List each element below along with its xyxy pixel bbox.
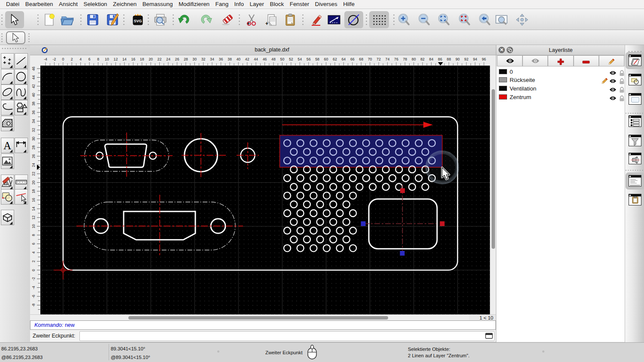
svg-text:80: 80 <box>412 57 416 61</box>
svg-text:-4: -4 <box>31 286 36 289</box>
svg-text:36: 36 <box>31 110 36 115</box>
svg-text:82: 82 <box>420 57 425 61</box>
svg-text:10: 10 <box>31 224 36 229</box>
svg-text:90: 90 <box>456 57 460 61</box>
svg-text:34: 34 <box>31 119 36 124</box>
svg-text:-4: -4 <box>44 57 47 61</box>
svg-text:42: 42 <box>245 57 249 61</box>
svg-text:16: 16 <box>31 198 36 202</box>
svg-text:26: 26 <box>175 57 179 61</box>
svg-text:30: 30 <box>192 57 197 61</box>
svg-text:38: 38 <box>228 57 232 61</box>
svg-text:94: 94 <box>473 57 477 61</box>
svg-text:26: 26 <box>31 154 36 158</box>
svg-text:58: 58 <box>315 57 319 61</box>
svg-text:14: 14 <box>31 207 36 211</box>
svg-text:6: 6 <box>31 243 36 245</box>
svg-text:32: 32 <box>201 57 206 61</box>
svg-text:40: 40 <box>236 57 240 61</box>
svg-text:28: 28 <box>31 145 36 150</box>
svg-text:62: 62 <box>333 57 337 61</box>
svg-text:+: + <box>265 21 268 27</box>
svg-text:36: 36 <box>219 57 223 61</box>
svg-text:66: 66 <box>350 57 355 61</box>
svg-text:74: 74 <box>386 57 390 61</box>
svg-text:0: 0 <box>31 269 36 271</box>
svg-text:-2: -2 <box>53 57 56 61</box>
svg-text:0: 0 <box>62 57 64 61</box>
svg-text:60: 60 <box>324 57 328 61</box>
svg-text:76: 76 <box>394 57 398 61</box>
svg-text:72: 72 <box>377 57 381 61</box>
svg-text:20: 20 <box>149 57 153 61</box>
svg-text:40: 40 <box>31 93 36 97</box>
svg-text:10: 10 <box>105 57 109 61</box>
svg-text:-6: -6 <box>31 295 36 298</box>
svg-text:18: 18 <box>140 57 144 61</box>
svg-text:-8: -8 <box>31 303 36 307</box>
svg-text:50: 50 <box>280 57 285 61</box>
svg-text:6: 6 <box>88 57 91 61</box>
svg-text:46: 46 <box>31 66 36 71</box>
svg-text:34: 34 <box>210 57 214 61</box>
svg-text:96: 96 <box>482 57 486 61</box>
svg-text:8: 8 <box>31 234 36 236</box>
svg-text:86: 86 <box>438 57 442 61</box>
svg-text:46: 46 <box>263 57 267 61</box>
svg-text:92: 92 <box>464 57 468 61</box>
svg-text:18: 18 <box>31 189 36 193</box>
svg-text:68: 68 <box>359 57 363 61</box>
svg-text:64: 64 <box>341 57 346 61</box>
svg-text:16: 16 <box>131 57 135 61</box>
svg-text:12: 12 <box>31 215 36 220</box>
svg-text:56: 56 <box>307 57 311 61</box>
svg-text:54: 54 <box>298 57 302 61</box>
svg-text:48: 48 <box>271 57 276 61</box>
svg-text:4: 4 <box>79 57 82 61</box>
svg-text:44: 44 <box>254 57 258 61</box>
svg-text:2: 2 <box>71 57 73 61</box>
svg-text:84: 84 <box>429 57 434 61</box>
svg-text:44: 44 <box>31 75 36 80</box>
svg-text:8: 8 <box>97 57 99 61</box>
svg-text:24: 24 <box>166 57 170 61</box>
svg-text:32: 32 <box>31 128 36 132</box>
svg-text:30: 30 <box>31 136 36 141</box>
svg-text:14: 14 <box>122 57 127 61</box>
svg-text:38: 38 <box>31 102 36 106</box>
svg-text:24: 24 <box>31 163 36 167</box>
svg-text:+: + <box>247 21 250 27</box>
svg-text:52: 52 <box>289 57 293 61</box>
svg-text:70: 70 <box>368 57 372 61</box>
svg-text:42: 42 <box>31 84 36 88</box>
svg-text:4: 4 <box>31 251 36 253</box>
svg-text:SVG: SVG <box>134 19 142 23</box>
svg-text:78: 78 <box>403 57 407 61</box>
svg-text:2: 2 <box>31 260 36 262</box>
svg-text:22: 22 <box>31 172 36 176</box>
svg-text:-2: -2 <box>31 277 36 281</box>
svg-text:22: 22 <box>158 57 162 61</box>
svg-text:28: 28 <box>184 57 188 61</box>
svg-text:88: 88 <box>447 57 451 61</box>
svg-text:20: 20 <box>31 181 36 185</box>
svg-text:12: 12 <box>114 57 118 61</box>
svg-text:A: A <box>3 140 11 151</box>
